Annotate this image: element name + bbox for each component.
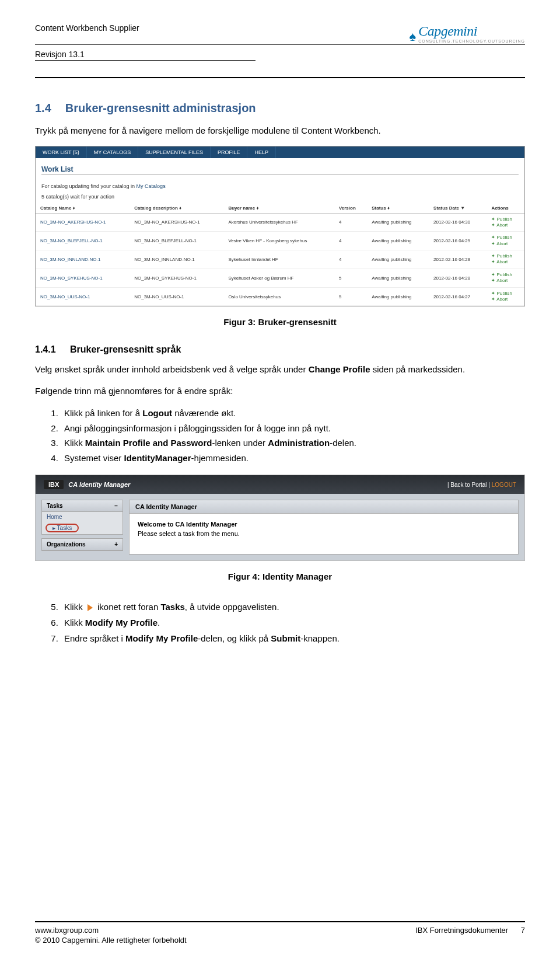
publish-action[interactable]: ✦ Publish: [491, 253, 512, 259]
status-date: 2012-02-16 04:29: [429, 232, 487, 250]
section-intro: Trykk på menyene for å navigere mellom d…: [35, 124, 525, 138]
table-header-row: Catalog Name ♦ Catalog description ♦ Buy…: [36, 203, 524, 214]
logout-link[interactable]: LOGOUT: [492, 482, 516, 488]
back-to-portal-link[interactable]: | Back to Portal |: [447, 482, 490, 488]
step-2: Angi påloggingsinformasjon i påloggingss…: [61, 421, 525, 436]
status: Awaiting publishing: [367, 287, 429, 306]
col-date[interactable]: Status Date ▼: [429, 203, 487, 214]
catalog-desc: NO_3M-NO_AKERSHUS-NO-1: [130, 213, 223, 232]
subsection-heading: 1.4.1Bruker-grensesnitt språk: [35, 344, 525, 355]
actions-cell: ✦ Publish✦ Abort: [487, 213, 524, 232]
status-date: 2012-02-16 04:28: [429, 269, 487, 287]
col-name[interactable]: Catalog Name ♦: [36, 203, 130, 214]
col-status[interactable]: Status ♦: [367, 203, 429, 214]
logo-text: Capgemini: [418, 23, 525, 39]
status-date: 2012-02-16 04:27: [429, 287, 487, 306]
publish-action[interactable]: ✦ Publish: [491, 217, 512, 222]
abort-action[interactable]: ✦ Abort: [491, 222, 508, 228]
doc-header: Content Workbench Supplier ♠ Capgemini C…: [35, 23, 525, 45]
publish-action[interactable]: ✦ Publish: [491, 272, 512, 277]
abort-action[interactable]: ✦ Abort: [491, 259, 508, 264]
status: Awaiting publishing: [367, 250, 429, 269]
actions-cell: ✦ Publish✦ Abort: [487, 250, 524, 269]
status: Awaiting publishing: [367, 213, 429, 232]
collapse-icon[interactable]: −: [114, 503, 118, 509]
p1-bold: Change Profile: [309, 364, 370, 374]
col-buyer[interactable]: Buyer name ♦: [223, 203, 334, 214]
ibx-logo: iBX: [44, 480, 64, 489]
menu-help[interactable]: HELP: [247, 147, 276, 158]
doc-title: Content Workbench Supplier: [35, 23, 139, 43]
figure3-caption: Figur 3: Bruker-grensesnitt: [35, 317, 525, 327]
version: 4: [334, 232, 367, 250]
p1-pre: Velg ønsket språk under innhold arbeidsb…: [35, 364, 309, 374]
actions-cell: ✦ Publish✦ Abort: [487, 232, 524, 250]
worklist-count: 5 catalog(s) wait for your action: [36, 191, 524, 203]
im-toplinks: | Back to Portal | LOGOUT: [447, 482, 516, 488]
orange-arrow-icon: [88, 604, 93, 611]
im-main-header: CA Identity Manager: [130, 500, 518, 514]
status-date: 2012-02-16 04:28: [429, 250, 487, 269]
col-desc[interactable]: Catalog description ♦: [130, 203, 223, 214]
col-version: Version: [334, 203, 367, 214]
expand-icon[interactable]: +: [114, 541, 118, 548]
menu-suppfiles[interactable]: SUPPLEMENTAL FILES: [138, 147, 211, 158]
table-row: NO_3M-NO_BLEFJELL-NO-1NO_3M-NO_BLEFJELL-…: [36, 232, 524, 250]
footer-url: www.ibxgroup.com: [35, 926, 99, 935]
steps-list-2: Klikk ikonet rett foran Tasks, å utvide …: [61, 599, 525, 646]
im-topbar: iBX CA Identity Manager | Back to Portal…: [36, 475, 524, 494]
im-brand: iBX CA Identity Manager: [44, 480, 130, 489]
sidebar-home[interactable]: Home: [42, 512, 123, 522]
worklist-table: Catalog Name ♦ Catalog description ♦ Buy…: [36, 203, 524, 306]
catalog-name-link[interactable]: NO_3M-NO_INNLAND-NO-1: [36, 250, 130, 269]
table-row: NO_3M-NO_SYKEHUS-NO-1NO_3M-NO_SYKEHUS-NO…: [36, 269, 524, 287]
step-7: Endre språket i Modify My Profile-delen,…: [61, 630, 525, 646]
sidebar-tasks-highlighted[interactable]: ▸ Tasks: [46, 524, 79, 532]
im-body: Tasks− Home ▸ Tasks Organizations+ CA Id…: [36, 494, 524, 560]
abort-action[interactable]: ✦ Abort: [491, 241, 508, 246]
catalog-name-link[interactable]: NO_3M-NO_AKERSHUS-NO-1: [36, 213, 130, 232]
im-brand-text: CA Identity Manager: [68, 481, 130, 488]
catalog-desc: NO_3M-NO_INNLAND-NO-1: [130, 250, 223, 269]
abort-action[interactable]: ✦ Abort: [491, 278, 508, 283]
section-heading: 1.4Bruker-grensesnitt administrasjon: [35, 102, 525, 115]
catalog-desc: NO_3M-NO_UUS-NO-1: [130, 287, 223, 306]
menu-worklist[interactable]: WORK LIST (5): [36, 147, 87, 158]
menu-profile[interactable]: PROFILE: [211, 147, 248, 158]
catalog-desc: NO_3M-NO_SYKEHUS-NO-1: [130, 269, 223, 287]
footer-copyright: © 2010 Capgemini. Alle rettigheter forbe…: [35, 936, 525, 944]
mycatalogs-link[interactable]: My Catalogs: [136, 183, 166, 189]
menu-mycatalogs[interactable]: MY CATALOGS: [87, 147, 139, 158]
subsection-p1: Velg ønsket språk under innhold arbeidsb…: [35, 363, 525, 377]
status: Awaiting publishing: [367, 232, 429, 250]
section-number: 1.4: [35, 102, 51, 114]
screenshot-workbench: WORK LIST (5) MY CATALOGS SUPPLEMENTAL F…: [35, 146, 525, 307]
status-date: 2012-02-16 04:30: [429, 213, 487, 232]
subsection-number: 1.4.1: [35, 344, 70, 355]
table-row: NO_3M-NO_UUS-NO-1NO_3M-NO_UUS-NO-1Oslo U…: [36, 287, 524, 306]
actions-cell: ✦ Publish✦ Abort: [487, 287, 524, 306]
table-row: NO_3M-NO_AKERSHUS-NO-1NO_3M-NO_AKERSHUS-…: [36, 213, 524, 232]
publish-action[interactable]: ✦ Publish: [491, 291, 512, 296]
sidebar-tasks-header[interactable]: Tasks−: [42, 500, 123, 512]
revision-label: Revisjon 13.1: [35, 48, 256, 61]
catalog-name-link[interactable]: NO_3M-NO_SYKEHUS-NO-1: [36, 269, 130, 287]
sidebar-org-header[interactable]: Organizations+: [42, 539, 123, 550]
footer-doc: IBX Forretningsdokumenter: [415, 926, 508, 935]
subsection-p2: Følgende trinn må gjennomføres for å end…: [35, 385, 525, 398]
abort-action[interactable]: ✦ Abort: [491, 297, 508, 302]
catalog-name-link[interactable]: NO_3M-NO_BLEFJELL-NO-1: [36, 232, 130, 250]
step-3: Klikk Maintain Profile and Password-lenk…: [61, 435, 525, 451]
im-main: CA Identity Manager Welcome to CA Identi…: [129, 500, 519, 555]
im-welcome: Welcome to CA Identity Manager: [138, 521, 510, 528]
buyer-name: Sykehuset Asker og Bærum HF: [223, 269, 334, 287]
spade-icon: ♠: [409, 30, 416, 43]
col-actions: Actions: [487, 203, 524, 214]
step-4: Systemet viser IdentityManager-hjemmesid…: [61, 451, 525, 466]
worklist-divider: [41, 175, 519, 175]
buyer-name: Sykehuset Innlandet HF: [223, 250, 334, 269]
catalog-name-link[interactable]: NO_3M-NO_UUS-NO-1: [36, 287, 130, 306]
publish-action[interactable]: ✦ Publish: [491, 235, 512, 240]
figure4-caption: Figur 4: Identity Manager: [35, 571, 525, 581]
screenshot-identity-manager: iBX CA Identity Manager | Back to Portal…: [35, 475, 525, 561]
